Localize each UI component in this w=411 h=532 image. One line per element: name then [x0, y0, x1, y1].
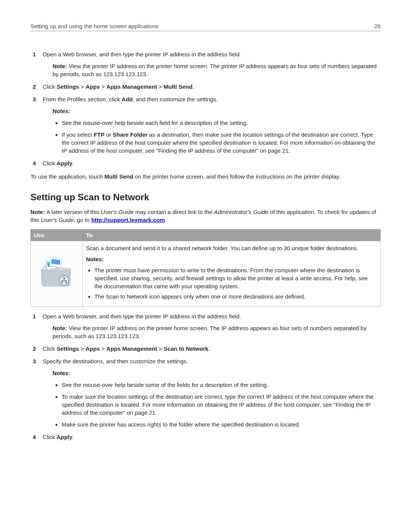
col-use: Use [31, 230, 83, 241]
notes-label: Notes: [53, 107, 381, 115]
step-text: Specify the destinations, and then custo… [43, 358, 188, 364]
step-number: 2 [33, 345, 36, 353]
note-bullet: To make sure the location settings of th… [62, 393, 381, 417]
path-apps: Apps [86, 345, 100, 352]
table-desc: Scan a document and send it to a shared … [86, 244, 377, 252]
step-text-pre: Click [43, 345, 57, 352]
table-notes-label: Notes: [86, 255, 377, 263]
step-3-notes-list: See the mouse-over help beside some of t… [53, 381, 381, 428]
path-settings: Settings [57, 83, 79, 90]
icon-cell [31, 241, 83, 307]
steps-multi-send: 1 Open a Web browser, and then type the … [30, 50, 381, 167]
gt: > [79, 83, 86, 90]
notes-label: Notes: [53, 369, 381, 377]
step-2: 2 Click Settings > Apps > Apps Managemen… [33, 345, 381, 353]
ftp-label: FTP [94, 131, 104, 138]
users-guide-italic-2: User's Guide [41, 217, 74, 223]
step-4: 4 Click Apply. [33, 159, 381, 167]
step-number: 1 [33, 50, 36, 58]
text-pre: To use the application, touch [30, 173, 104, 180]
note-mid: may contain a direct link to the [134, 209, 214, 215]
step-number: 3 [33, 95, 36, 103]
path-apps-management: Apps Management [107, 345, 157, 352]
steps-scan-to-network: 1 Open a Web browser, and then type the … [30, 312, 381, 441]
path-apps-management: Apps Management [107, 83, 157, 90]
step-text-pre: Click [43, 160, 57, 166]
bullet-text: To make sure the location settings of th… [62, 393, 373, 416]
step-text: Open a Web browser, and then type the pr… [43, 51, 241, 58]
apply-label: Apply [57, 160, 73, 166]
header-page-number: 26 [374, 23, 381, 29]
support-link[interactable]: http://support.lexmark.com [91, 217, 165, 223]
gt: > [79, 345, 86, 352]
page-header: Setting up and using the home screen app… [30, 23, 381, 31]
link-post: . [165, 217, 166, 223]
scan-to-network-icon [40, 257, 74, 288]
header-title: Setting up and using the home screen app… [30, 23, 158, 29]
description-cell: Scan a document and send it to a shared … [83, 241, 381, 307]
svg-rect-5 [64, 277, 65, 279]
table-notes-list: The printer must have permission to writ… [86, 266, 377, 300]
note-text: View the printer IP address on the print… [53, 325, 366, 339]
path-settings: Settings [57, 345, 79, 352]
step-text-pre: Click [43, 434, 57, 440]
step-3: 3 Specify the destinations, and then cus… [33, 357, 381, 428]
step-1-note: Note: View the printer IP address on the… [53, 324, 381, 340]
note-label: Note: [53, 325, 67, 331]
write-italic: write [300, 275, 312, 281]
gt: > [100, 345, 106, 352]
path-apps: Apps [86, 83, 100, 90]
step-number: 4 [33, 159, 36, 167]
step-3: 3 From the Profiles section, click Add, … [33, 95, 381, 155]
path-multi-send: Multi Send [164, 83, 193, 90]
section2-note: Note: A later version of this User's Gui… [30, 208, 381, 224]
table-note-bullet: The printer must have permission to writ… [94, 266, 377, 290]
apply-label: Apply [57, 434, 73, 440]
step-1: 1 Open a Web browser, and then type the … [33, 312, 381, 340]
note-goto: , go to [74, 217, 91, 223]
step-3-notes-list: See the mouse-over help beside each fiel… [53, 119, 381, 155]
note-label: Note: [30, 209, 45, 215]
table-note-bullet: The Scan to Network icon appears only wh… [94, 292, 377, 300]
step-text-pre: Click [43, 83, 57, 90]
step-1-note: Note: View the printer IP address on the… [53, 62, 381, 78]
gt: > [157, 345, 164, 352]
text-post: on the printer home screen, and then fol… [133, 173, 340, 180]
path-scan-to-network: Scan to Network [164, 345, 209, 352]
section-heading-scan-to-network: Setting up Scan to Network [30, 192, 381, 203]
step-text-post: , and then customize the settings. [133, 96, 218, 102]
step-number: 4 [33, 433, 36, 441]
note-bullet: If you select FTP or Share Folder as a d… [62, 131, 381, 155]
table-row: Scan a document and send it to a shared … [31, 241, 381, 307]
bullet-pre: If you select [62, 131, 94, 138]
col-to: To [83, 230, 381, 241]
step-2: 2 Click Settings > Apps > Apps Managemen… [33, 83, 381, 91]
b2-text: The Scan to Network icon appears only wh… [94, 293, 306, 300]
step-number: 3 [33, 357, 36, 365]
step-number: 1 [33, 312, 36, 320]
users-guide-italic: User's Guide [101, 209, 134, 215]
gt: > [100, 83, 106, 90]
step-number: 2 [33, 83, 36, 91]
add-label: Add [122, 96, 133, 102]
table-header-row: Use To [31, 230, 381, 241]
step-text-pre: From the Profiles section, click [43, 96, 122, 102]
feature-table: Use To Scan a do [30, 229, 381, 307]
step-1: 1 Open a Web browser, and then type the … [33, 50, 381, 78]
step-4: 4 Click Apply. [33, 433, 381, 441]
step-text: Open a Web browser, and then type the pr… [43, 313, 241, 320]
note-pre: A later version of this [45, 209, 101, 215]
admin-guide-italic: Administrator's Guide [214, 209, 268, 215]
svg-rect-7 [65, 281, 67, 283]
bullet-text: See the mouse-over help beside some of t… [62, 382, 268, 388]
note-text: View the printer IP address on the print… [53, 63, 377, 77]
after-steps-paragraph: To use the application, touch Multi Send… [30, 173, 381, 181]
share-folder-label: Share Folder [113, 131, 148, 138]
bullet-text: See the mouse-over help beside each fiel… [62, 120, 248, 126]
multi-send-label: Multi Send [104, 173, 133, 180]
note-bullet: See the mouse-over help beside each fiel… [62, 119, 381, 127]
page: Setting up and using the home screen app… [0, 0, 411, 477]
bullet-text: Make sure the printer has access rights … [62, 421, 300, 428]
note-bullet: Make sure the printer has access rights … [62, 420, 381, 428]
or: or [105, 131, 113, 138]
